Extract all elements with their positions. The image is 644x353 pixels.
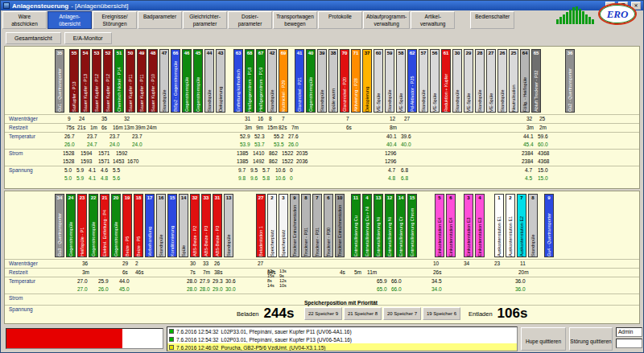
tank-bar-17[interactable]: 17Vorbehandlung <box>145 194 155 257</box>
tank-bar-45[interactable]: 45Gegenstromspüle <box>193 49 203 113</box>
tank-bar-8[interactable]: 8Standspüle <box>528 194 538 257</box>
tank-bar-21[interactable]: 21Elektrol. Entfettung - P4 <box>100 194 109 257</box>
tank-bar-38[interactable]: 38Spüle warm <box>328 49 338 113</box>
tank-bar-49[interactable]: 49Sauer Kupfer - P11 <box>137 49 147 113</box>
tank-bar-9[interactable]: 9Trockner Entnahmestation <box>290 194 299 257</box>
user-field[interactable]: Admin <box>616 327 642 337</box>
tank-bar-51[interactable]: 51Chemisch Nickel - P14 <box>114 49 124 113</box>
log-row[interactable]: 7.6.2016 12:46:02Porucha, GB2-P5/6 VzdUm… <box>167 343 517 351</box>
tab-bedienschalter[interactable]: Bedienschalter <box>470 11 514 29</box>
tank-bar-42[interactable]: 42Standspüle <box>267 49 277 113</box>
tank-bar-23[interactable]: 23Heißspüle - P1 <box>77 194 87 257</box>
hupe-quittieren-button[interactable]: Hupe quittieren <box>521 327 566 351</box>
tank-bar-67[interactable]: 67Heißgegenstrom - P19 <box>256 49 266 113</box>
tank-bar-70[interactable]: 70Glanznickel - P20 <box>340 49 349 113</box>
tank-bar-13[interactable]: 13Standspüle <box>224 194 233 257</box>
tab-ereignisse-st-rungen[interactable]: Ereignisse/Störungen <box>93 11 137 29</box>
tank-bar-34[interactable]: 34Gu3 - Quertransporter <box>55 194 64 257</box>
tank-bar-54[interactable]: 54Sauer Kupfer - P13 <box>80 49 90 113</box>
tank-bar-14[interactable]: 14Spüle <box>179 194 188 257</box>
tank-bar-10[interactable]: 10Trockner Entnahmestation <box>335 194 345 257</box>
tank-bar-27[interactable]: 27VE-Spüle <box>486 49 496 113</box>
stoerung-quittieren-button[interactable]: Störung quittieren <box>569 327 613 351</box>
tank-bar-40[interactable]: 40Gegenstromspüle <box>306 49 316 113</box>
tank-bar-71[interactable]: 71Aktivierung - P28 <box>351 49 361 113</box>
tab-wareabschicken[interactable]: Wareabschicken <box>2 11 47 29</box>
tank-bar-2[interactable]: 2Auskastenstation E1 <box>506 194 515 257</box>
tank-bar-25[interactable]: 25Neutralisation <box>509 49 518 113</box>
tank-bar-66[interactable]: 66BtSp2 - Gegenstromspüle <box>171 49 180 113</box>
tank-bar-27[interactable]: 27Beladestation 1 <box>256 194 266 257</box>
log-row[interactable]: 7.6.2016 12:54:32L02P03.01, Přepínání, s… <box>167 335 517 343</box>
tank-bar-7[interactable]: 7Auskastenstation E2 <box>517 194 526 257</box>
tank-bar-3[interactable]: 3Einkastenstation E3 <box>464 194 473 257</box>
gesamtansicht-button[interactable]: Gesamtansicht <box>6 32 61 44</box>
tank-bar-14[interactable]: 14Entmetallisierung Cr <box>396 194 406 257</box>
tank-bar-35[interactable]: 35Gu1 - Quertransporter <box>55 49 64 113</box>
tank-bar-39[interactable]: 39Standspüle <box>317 49 327 113</box>
speicher-button-7[interactable]: 20 Speicher 7 <box>383 307 421 320</box>
tank-bar-1[interactable]: 1Auskastenstation E1 <box>494 194 504 257</box>
speicher-button-6[interactable]: 19 Speicher 6 <box>423 307 460 320</box>
tank-bar-41[interactable]: 41Glanznickel - P21 <box>295 49 304 113</box>
tank-bar-44[interactable]: 44Standspüle <box>204 49 214 113</box>
tank-bar-6[interactable]: 6Trockner - P30 <box>324 194 333 257</box>
tab-badparameter[interactable]: Badparameter <box>138 11 182 29</box>
tank-bar-12[interactable]: 12Entmetallisierung Ni <box>385 194 394 257</box>
log-row[interactable]: 7.6.2016 12:54:32L02P33.01, Přepínání, s… <box>167 327 517 335</box>
tab-artikel-verwaltung[interactable]: Artikel-verwaltung <box>411 11 455 29</box>
tank-bar-22[interactable]: 22Gegenstromspüle <box>89 194 98 257</box>
tab-anlagen-bersicht[interactable]: Anlagen-übersicht <box>47 11 92 29</box>
tank-bar-64[interactable]: 64Fällg. - Heißspüle <box>520 49 530 113</box>
tank-bar-7[interactable]: 7Trockner - P31 <box>312 194 322 257</box>
tank-bar-2[interactable]: 2Speicherplatz <box>267 194 277 257</box>
tank-bar-63[interactable]: 63Entfettung kathodisch <box>233 49 243 113</box>
tank-bar-61[interactable]: 61Reduktion + Kupfer <box>441 49 451 113</box>
tank-bar-58[interactable]: 58VE-Spüle <box>396 49 406 113</box>
tank-bar-36[interactable]: 36Gu2 - Quertransporter <box>565 49 575 113</box>
tank-bar-37[interactable]: 37Dekapierung <box>362 49 372 113</box>
tab-gleichrichter-parameter[interactable]: Gleichrichter-parameter <box>183 11 227 29</box>
tank-bar-55[interactable]: 55SaKupfer - P13 <box>69 49 79 113</box>
tank-bar-24[interactable]: 24Gegenstromspüle <box>66 194 76 257</box>
tank-bar-29[interactable]: 29VE-Spüle <box>464 49 473 113</box>
tank-bar-19[interactable]: 19Beize - P5 <box>122 194 132 257</box>
speicher-button-8[interactable]: 21 Speicher 8 <box>344 307 382 320</box>
tank-bar-4[interactable]: 4Einkastenstation E3 <box>475 194 485 257</box>
tank-bar-4[interactable]: 4Entmetallisierung Cu + Ni <box>362 194 372 257</box>
tank-bar-31[interactable]: 31ABS-Beize - P3 <box>213 194 222 257</box>
tank-bar-48[interactable]: 48Sauer Kupfer - P10 <box>148 49 158 113</box>
tank-bar-46[interactable]: 46Gegenstromspüle <box>182 49 192 113</box>
tank-bar-20[interactable]: 20Gegenstromspüle <box>111 194 121 257</box>
tank-bar-47[interactable]: 47Standspüle <box>159 49 169 113</box>
tank-bar-62[interactable]: 62Pd-Aktivator - P25 <box>407 49 417 113</box>
tank-bar-59[interactable]: 59Standspüle <box>385 49 394 113</box>
tank-bar-3[interactable]: 3Speicherplatz <box>279 194 288 257</box>
tank-bar-57[interactable]: 57Standspüle <box>419 49 428 113</box>
tank-bar-15[interactable]: 15Konditionierung <box>167 194 177 257</box>
tank-bar-60[interactable]: 60VE-Spüle <box>374 49 383 113</box>
tank-bar-8[interactable]: 8Trockner - P31 <box>301 194 311 257</box>
tank-bar-26[interactable]: 26Standspüle <box>497 49 507 113</box>
tank-bar-56[interactable]: 56VE-Spüle <box>430 49 440 113</box>
tab-protokolle[interactable]: Protokolle <box>318 11 362 29</box>
password-field[interactable] <box>616 339 642 348</box>
tab-dosier-parameter[interactable]: Dosier-parameter <box>228 11 272 29</box>
tank-bar-52[interactable]: 52Sauer Kupfer - P12 <box>103 49 113 113</box>
tank-bar-43[interactable]: 43Dekapierung <box>216 49 225 113</box>
tank-bar-28[interactable]: 28Standspüle <box>475 49 485 113</box>
tank-bar-18[interactable]: 18Beize - P5 <box>134 194 143 257</box>
tank-bar-65[interactable]: 65Abluft Trockner - P32 <box>531 49 541 113</box>
tank-bar-69[interactable]: 69Mattnickel - P29 <box>279 49 288 113</box>
tank-bar-11[interactable]: 11Entmetallisierung Cu <box>351 194 361 257</box>
tank-bar-68[interactable]: 68Heißgegenstrom - P18 <box>245 49 254 113</box>
tank-bar-50[interactable]: 50Sauer Kupfer - P11 <box>126 49 135 113</box>
speicher-button-9[interactable]: 22 Speicher 9 <box>304 307 342 320</box>
ea-monitor-button[interactable]: E/A-Monitor <box>64 32 112 44</box>
event-log-list[interactable]: 7.6.2016 12:54:32L02P33.01, Přepínání, s… <box>167 326 518 351</box>
tank-bar-13[interactable]: 13Entmetallisierung Ni <box>374 194 383 257</box>
tank-bar-16[interactable]: 16Standspüle <box>156 194 166 257</box>
tab-ablaufprogramm-verwaltung[interactable]: Ablaufprogramm-verwaltung <box>363 11 410 29</box>
tank-bar-5[interactable]: 5Einkastenstation E4 <box>435 194 444 257</box>
tab-transportwagenbewegen[interactable]: Transportwagenbewegen <box>273 11 317 29</box>
